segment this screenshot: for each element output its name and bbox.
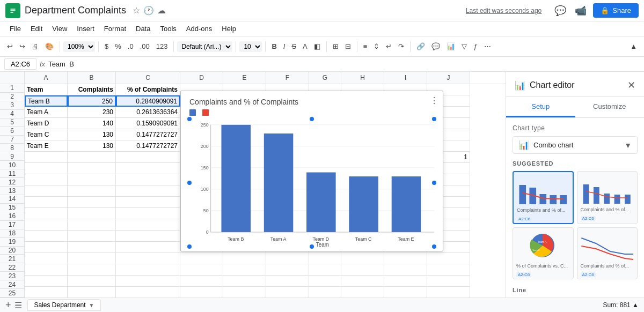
cell-r18-c10[interactable] <box>427 276 470 287</box>
menu-insert[interactable]: Insert <box>72 23 99 34</box>
cell-r3-c1[interactable]: Team A <box>25 107 68 118</box>
cell-r17-c7[interactable] <box>309 264 341 276</box>
row-num-23[interactable]: 23 <box>0 272 25 280</box>
font-size-select[interactable]: 10 <box>239 41 262 52</box>
cell-r11-c3[interactable] <box>116 197 180 208</box>
cell-r2-c1[interactable]: Team B <box>25 95 68 107</box>
cell-r17-c5[interactable] <box>223 264 266 276</box>
cell-r12-c2[interactable] <box>68 208 116 219</box>
merge-button[interactable]: ⊟ <box>342 41 354 52</box>
suggested-thumb-4[interactable]: Complaints and % of... A2:C6 <box>577 227 638 279</box>
cell-r17-c1[interactable] <box>25 264 68 276</box>
cell-r13-c3[interactable] <box>116 219 180 231</box>
menu-addons[interactable]: Add-ons <box>182 23 216 34</box>
cell-r18-c3[interactable] <box>116 276 180 287</box>
cell-r16-c2[interactable] <box>68 253 116 264</box>
suggested-thumb-2[interactable]: Complaints and % of... A2:C6 <box>577 171 638 224</box>
row-num-7[interactable]: 7 <box>0 136 25 144</box>
cell-r7-c3[interactable] <box>116 152 180 163</box>
cell-r16-c3[interactable] <box>116 253 180 264</box>
sheet-tab-sales[interactable]: Sales Department ▼ <box>27 299 101 311</box>
panel-close-button[interactable]: ✕ <box>627 79 635 91</box>
row-num-8[interactable]: 8 <box>0 144 25 152</box>
row-num-25[interactable]: 25 <box>0 289 25 298</box>
menu-view[interactable]: View <box>48 23 71 34</box>
cell-r3-c3[interactable]: 0.2613636364 <box>116 107 180 118</box>
cell-r14-c1[interactable] <box>25 231 68 242</box>
cell-r11-c2[interactable] <box>68 197 116 208</box>
cell-r19-c6[interactable] <box>266 287 309 298</box>
cell-r19-c10[interactable] <box>427 287 470 298</box>
rotate-button[interactable]: ↷ <box>396 41 407 52</box>
col-header-f[interactable]: F <box>266 72 309 84</box>
function-button[interactable]: ƒ <box>471 41 480 52</box>
cell-r8-c3[interactable] <box>116 163 180 174</box>
tab-customize[interactable]: Customize <box>575 97 645 117</box>
sheets-menu-button[interactable]: ☰ <box>14 300 22 310</box>
row-num-17[interactable]: 17 <box>0 221 25 229</box>
decimal2-button[interactable]: .00 <box>137 41 152 52</box>
collapse-toolbar-button[interactable]: ▲ <box>627 41 640 52</box>
wrap-button[interactable]: ↵ <box>383 41 394 52</box>
sheet-tab-dropdown-arrow[interactable]: ▼ <box>89 302 94 308</box>
cell-r10-c2[interactable] <box>68 185 116 197</box>
cell-r17-c2[interactable] <box>68 264 116 276</box>
history-icon[interactable]: 🕐 <box>143 5 154 16</box>
strikethrough-button[interactable]: S <box>289 41 299 52</box>
cell-r12-c3[interactable] <box>116 208 180 219</box>
bold-button[interactable]: B <box>269 41 279 52</box>
cell-r18-c1[interactable] <box>25 276 68 287</box>
cell-r12-c1[interactable] <box>25 208 68 219</box>
comment-toolbar-button[interactable]: 💬 <box>429 41 443 52</box>
menu-edit[interactable]: Edit <box>26 23 47 34</box>
row-num-21[interactable]: 21 <box>0 255 25 263</box>
cell-r7-c2[interactable] <box>68 152 116 163</box>
cell-r16-c6[interactable] <box>266 253 309 264</box>
row-num-3[interactable]: 3 <box>0 101 25 110</box>
cell-r18-c5[interactable] <box>223 276 266 287</box>
cell-r17-c10[interactable] <box>427 264 470 276</box>
cell-r7-c1[interactable] <box>25 152 68 163</box>
cell-r13-c2[interactable] <box>68 219 116 231</box>
cell-r10-c1[interactable] <box>25 185 68 197</box>
cell-r18-c4[interactable] <box>180 276 223 287</box>
formula-input[interactable] <box>48 60 640 68</box>
menu-file[interactable]: File <box>5 23 25 34</box>
row-num-22[interactable]: 22 <box>0 263 25 272</box>
menu-help[interactable]: Help <box>217 23 240 34</box>
cell-r14-c3[interactable] <box>116 231 180 242</box>
cell-r8-c2[interactable] <box>68 163 116 174</box>
zoom-select[interactable]: 100% <box>63 41 95 52</box>
row-num-14[interactable]: 14 <box>0 195 25 204</box>
redo-button[interactable]: ↪ <box>17 41 28 52</box>
suggested-thumb-1[interactable]: Complaints and % of... A2:C6 <box>513 171 574 224</box>
cell-r14-c2[interactable] <box>68 231 116 242</box>
suggested-thumb-3[interactable]: Team A Team E % of Complaints vs. C... A… <box>513 227 574 279</box>
cell-r1-c1[interactable]: Team <box>25 84 68 95</box>
cell-r9-c2[interactable] <box>68 174 116 185</box>
menu-data[interactable]: Data <box>131 23 155 34</box>
cell-r5-c3[interactable]: 0.1477272727 <box>116 129 180 140</box>
row-num-6[interactable]: 6 <box>0 127 25 136</box>
align-v-button[interactable]: ⇕ <box>371 41 382 52</box>
row-num-10[interactable]: 10 <box>0 161 25 169</box>
cell-r17-c3[interactable] <box>116 264 180 276</box>
format123-button[interactable]: 123 <box>153 41 171 52</box>
cell-r19-c3[interactable] <box>116 287 180 298</box>
row-num-24[interactable]: 24 <box>0 280 25 289</box>
resize-dot-tr[interactable] <box>432 117 436 121</box>
row-num-4[interactable]: 4 <box>0 110 25 118</box>
cell-reference[interactable]: A2:C6 <box>4 58 36 70</box>
cell-r16-c7[interactable] <box>309 253 341 264</box>
cell-r15-c3[interactable] <box>116 242 180 253</box>
cell-r19-c5[interactable] <box>223 287 266 298</box>
cell-r19-c2[interactable] <box>68 287 116 298</box>
resize-dot-mr[interactable] <box>432 181 436 185</box>
cell-r15-c2[interactable] <box>68 242 116 253</box>
expand-icon[interactable]: ▲ <box>632 301 639 309</box>
col-header-j[interactable]: J <box>427 72 470 84</box>
cell-r1-c2[interactable]: Complaints <box>68 84 116 95</box>
col-header-i[interactable]: I <box>384 72 427 84</box>
comment-button[interactable]: 💬 <box>552 3 568 19</box>
resize-dot-bl[interactable] <box>187 244 192 249</box>
